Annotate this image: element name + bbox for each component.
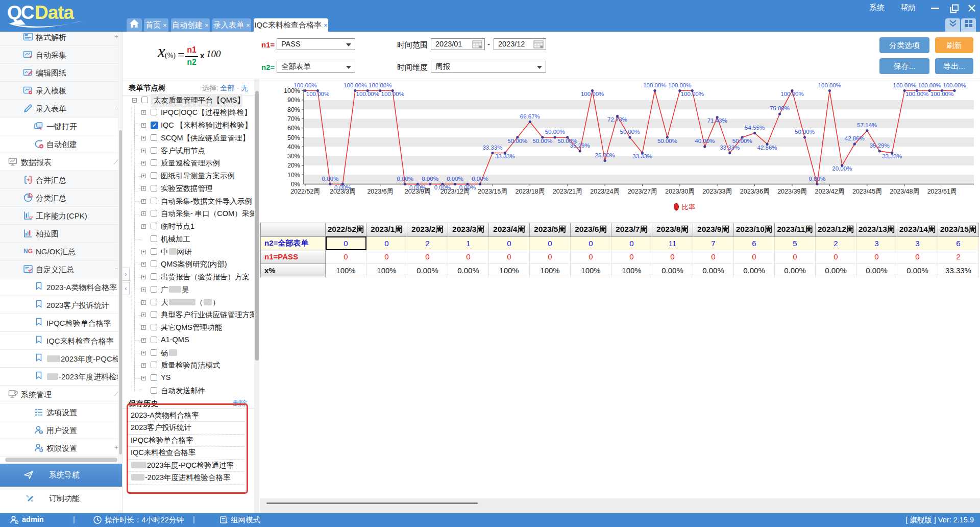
svg-text:0.00%: 0.00% [334, 184, 351, 190]
svg-text:0.00%: 0.00% [809, 176, 826, 182]
svg-text:100.00%: 100.00% [356, 91, 379, 97]
svg-text:20.00%: 20.00% [832, 165, 852, 172]
svg-text:2023/51周: 2023/51周 [927, 188, 957, 195]
svg-text:100.00%: 100.00% [668, 82, 691, 88]
svg-text:33.33%: 33.33% [882, 153, 902, 159]
svg-text:50%: 50% [287, 134, 300, 141]
svg-text:2023/15周: 2023/15周 [478, 188, 507, 195]
svg-text:100.00%: 100.00% [293, 82, 316, 88]
svg-text:90%: 90% [287, 97, 300, 104]
svg-text:10%: 10% [287, 172, 300, 179]
svg-text:54.55%: 54.55% [745, 125, 765, 131]
svg-text:35.29%: 35.29% [870, 142, 890, 149]
svg-text:100.00%: 100.00% [905, 91, 928, 97]
svg-text:CPK: CPK [29, 216, 33, 219]
svg-text:50.00%: 50.00% [795, 129, 815, 135]
svg-text:33.33%: 33.33% [720, 145, 740, 151]
svg-text:100.00%: 100.00% [344, 82, 366, 88]
svg-text:42.86%: 42.86% [845, 135, 865, 141]
svg-text:100.00%: 100.00% [818, 82, 841, 88]
svg-text:40%: 40% [287, 143, 300, 151]
svg-text:100.00%: 100.00% [581, 91, 604, 97]
svg-text:60%: 60% [287, 125, 300, 132]
svg-text:100.00%: 100.00% [643, 82, 666, 88]
svg-text:2023/45周: 2023/45周 [852, 188, 882, 195]
svg-text:0%: 0% [291, 181, 300, 188]
svg-text:100.00%: 100.00% [381, 91, 404, 97]
svg-text:25.00%: 25.00% [595, 152, 615, 158]
svg-text:100.00%: 100.00% [681, 91, 704, 97]
svg-text:50.00%: 50.00% [657, 138, 677, 144]
svg-text:57.14%: 57.14% [857, 122, 877, 128]
svg-text:2023/36周: 2023/36周 [740, 188, 770, 195]
svg-text:40.00%: 40.00% [695, 138, 715, 144]
svg-text:75.00%: 75.00% [770, 105, 790, 111]
svg-text:0.00%: 0.00% [472, 176, 488, 182]
svg-text:0.00%: 0.00% [459, 184, 476, 190]
svg-text:2023/18周: 2023/18周 [515, 188, 545, 195]
svg-text:100.00%: 100.00% [930, 91, 953, 97]
svg-text:比率: 比率 [682, 203, 695, 211]
svg-text:2023/39周: 2023/39周 [777, 188, 807, 195]
svg-text:2023/48周: 2023/48周 [890, 188, 919, 195]
svg-text:70%: 70% [287, 115, 300, 123]
svg-text:2023/33周: 2023/33周 [702, 188, 732, 195]
svg-text:100.00%: 100.00% [943, 82, 966, 88]
svg-text:0.00%: 0.00% [447, 176, 463, 182]
svg-text:2023/6周: 2023/6周 [367, 188, 393, 195]
svg-text:50.00%: 50.00% [507, 138, 527, 144]
svg-text:35.29%: 35.29% [570, 142, 590, 149]
svg-text:100.00%: 100.00% [893, 82, 916, 88]
svg-text:100.00%: 100.00% [918, 82, 941, 88]
svg-text:33.33%: 33.33% [495, 153, 515, 159]
svg-text:42.86%: 42.86% [757, 145, 777, 151]
svg-text:2023/21周: 2023/21周 [553, 188, 582, 195]
svg-text:2023/24周: 2023/24周 [590, 188, 620, 195]
svg-text:50.00%: 50.00% [532, 138, 552, 144]
svg-text:80%: 80% [287, 106, 300, 113]
svg-text:0.00%: 0.00% [409, 184, 426, 190]
svg-text:50.00%: 50.00% [620, 129, 640, 135]
svg-text:50.00%: 50.00% [732, 138, 752, 144]
svg-text:2023/42周: 2023/42周 [815, 188, 845, 195]
svg-text:100.00%: 100.00% [780, 91, 803, 97]
svg-text:71.43%: 71.43% [707, 117, 727, 124]
svg-text:72.73%: 72.73% [607, 116, 627, 123]
svg-text:33.33%: 33.33% [632, 153, 652, 159]
svg-text:2023/30周: 2023/30周 [665, 188, 695, 195]
svg-text:100.00%: 100.00% [369, 82, 391, 88]
svg-text:0.00%: 0.00% [322, 176, 339, 182]
svg-text:0.00%: 0.00% [422, 176, 438, 182]
svg-text:100%: 100% [284, 87, 300, 94]
svg-text:30%: 30% [287, 153, 300, 160]
svg-text:0.00%: 0.00% [397, 176, 413, 182]
svg-text:2023/27周: 2023/27周 [628, 188, 657, 195]
svg-text:100.00%: 100.00% [306, 91, 329, 97]
svg-text:50.00%: 50.00% [545, 129, 565, 135]
svg-text:0.00%: 0.00% [434, 184, 451, 190]
svg-text:66.67%: 66.67% [520, 113, 540, 119]
svg-text:33.33%: 33.33% [482, 145, 502, 151]
svg-text:20%: 20% [287, 162, 300, 169]
svg-text:2022/52周: 2022/52周 [290, 188, 320, 195]
